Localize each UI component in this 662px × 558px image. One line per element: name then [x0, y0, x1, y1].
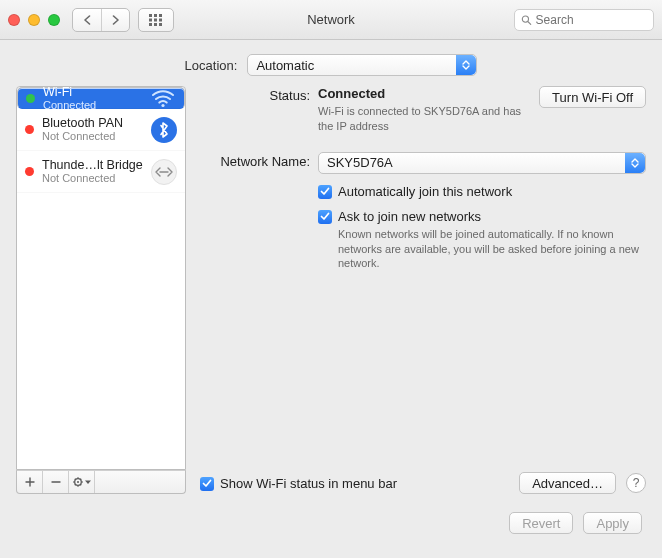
- svg-rect-6: [149, 23, 152, 26]
- sidebar-item-status: Not Connected: [42, 130, 143, 143]
- sidebar-item-status: Connected: [43, 99, 142, 112]
- auto-join-checkbox[interactable]: Automatically join this network: [318, 184, 646, 199]
- svg-line-10: [528, 21, 531, 24]
- sidebar-item-wifi[interactable]: Wi-Fi Connected: [17, 87, 185, 109]
- network-name-label: Network Name:: [200, 152, 318, 272]
- help-icon: ?: [633, 476, 640, 490]
- status-dot-disconnected-icon: [25, 125, 34, 134]
- checkbox-checked-icon: [318, 210, 332, 224]
- remove-interface-button[interactable]: [43, 471, 69, 493]
- footer: Revert Apply: [0, 506, 662, 534]
- gear-dropdown-icon: [72, 476, 92, 488]
- svg-rect-4: [154, 18, 157, 21]
- interfaces-list: Wi-Fi Connected Bluetooth PAN Not Connec…: [16, 86, 186, 470]
- svg-rect-2: [159, 14, 162, 17]
- svg-line-19: [80, 485, 81, 486]
- auto-join-label: Automatically join this network: [338, 184, 512, 199]
- ask-join-label: Ask to join new networks: [338, 209, 646, 224]
- sidebar-item-label: Wi-Fi: [43, 86, 142, 99]
- apply-button[interactable]: Apply: [583, 512, 642, 534]
- svg-rect-5: [159, 18, 162, 21]
- details-panel: Status: Connected Wi-Fi is connected to …: [200, 86, 646, 494]
- ask-join-description: Known networks will be joined automatica…: [338, 227, 646, 272]
- interfaces-sidebar: Wi-Fi Connected Bluetooth PAN Not Connec…: [16, 86, 186, 494]
- sidebar-item-bluetooth-pan[interactable]: Bluetooth PAN Not Connected: [17, 109, 185, 151]
- add-interface-button[interactable]: [17, 471, 43, 493]
- show-menu-bar-label: Show Wi-Fi status in menu bar: [220, 476, 397, 491]
- titlebar: Network: [0, 0, 662, 40]
- wifi-icon: [150, 86, 176, 111]
- turn-wifi-off-button[interactable]: Turn Wi-Fi Off: [539, 86, 646, 108]
- search-icon: [521, 14, 532, 26]
- svg-line-18: [74, 479, 75, 480]
- search-field[interactable]: [514, 9, 654, 31]
- minimize-window-button[interactable]: [28, 14, 40, 26]
- grid-icon: [149, 14, 163, 26]
- location-label: Location:: [185, 58, 238, 73]
- back-button[interactable]: [73, 9, 101, 31]
- svg-point-11: [161, 104, 164, 107]
- chevron-up-down-icon: [456, 55, 476, 75]
- zoom-window-button[interactable]: [48, 14, 60, 26]
- advanced-button[interactable]: Advanced…: [519, 472, 616, 494]
- bluetooth-icon: [151, 117, 177, 143]
- location-row: Location: Automatic: [0, 40, 662, 86]
- interface-actions-button[interactable]: [69, 471, 95, 493]
- show-menu-bar-checkbox[interactable]: Show Wi-Fi status in menu bar: [200, 476, 397, 491]
- revert-button[interactable]: Revert: [509, 512, 573, 534]
- sidebar-item-label: Bluetooth PAN: [42, 116, 143, 130]
- svg-rect-3: [149, 18, 152, 21]
- svg-line-20: [74, 485, 75, 486]
- location-select[interactable]: Automatic: [247, 54, 477, 76]
- svg-rect-1: [154, 14, 157, 17]
- window-controls: [8, 14, 60, 26]
- svg-point-9: [522, 16, 528, 22]
- sidebar-item-label: Thunde…lt Bridge: [42, 158, 143, 172]
- svg-rect-7: [154, 23, 157, 26]
- search-input[interactable]: [536, 13, 647, 27]
- close-window-button[interactable]: [8, 14, 20, 26]
- checkbox-checked-icon: [200, 477, 214, 491]
- svg-rect-8: [159, 23, 162, 26]
- location-value: Automatic: [248, 58, 342, 73]
- svg-point-13: [77, 481, 79, 483]
- minus-icon: [51, 477, 61, 487]
- sidebar-toolbar: [16, 470, 186, 494]
- thunderbolt-bridge-icon: [151, 159, 177, 185]
- svg-line-21: [80, 479, 81, 480]
- network-name-value: SKY5D76A: [319, 155, 421, 170]
- help-button[interactable]: ?: [626, 473, 646, 493]
- plus-icon: [25, 477, 35, 487]
- sidebar-item-status: Not Connected: [42, 172, 143, 185]
- sidebar-item-thunderbolt-bridge[interactable]: Thunde…lt Bridge Not Connected: [17, 151, 185, 193]
- chevron-up-down-icon: [625, 153, 645, 173]
- svg-rect-0: [149, 14, 152, 17]
- status-dot-connected-icon: [26, 94, 35, 103]
- status-description: Wi-Fi is connected to SKY5D76A and has t…: [318, 104, 527, 134]
- forward-button[interactable]: [101, 9, 129, 31]
- network-name-select[interactable]: SKY5D76A: [318, 152, 646, 174]
- show-all-button[interactable]: [139, 9, 173, 31]
- checkbox-checked-icon: [318, 185, 332, 199]
- status-dot-disconnected-icon: [25, 167, 34, 176]
- status-value: Connected: [318, 86, 527, 101]
- nav-back-forward: [72, 8, 130, 32]
- status-label: Status:: [200, 86, 318, 134]
- ask-join-checkbox[interactable]: Ask to join new networks Known networks …: [318, 209, 646, 272]
